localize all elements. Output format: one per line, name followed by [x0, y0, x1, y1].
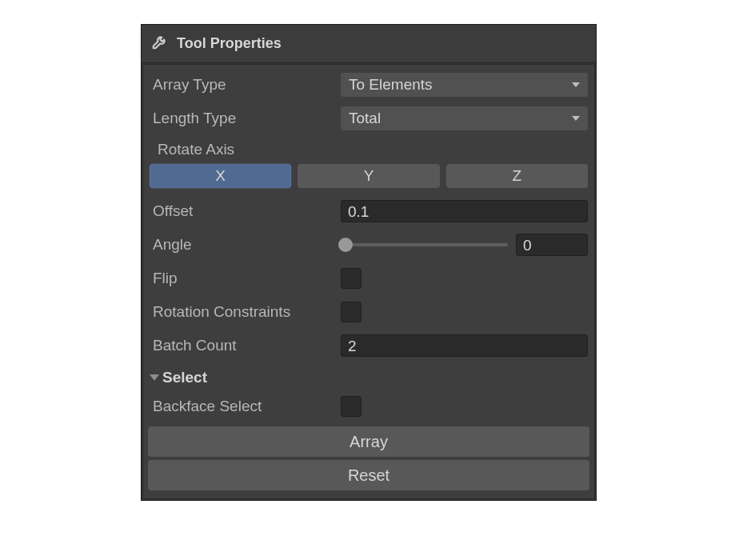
- panel-body: Array Type To Elements Length Type Total…: [142, 64, 595, 499]
- checkbox-rotation-constraints[interactable]: [341, 302, 362, 322]
- label-rotate-axis: Rotate Axis: [150, 141, 346, 158]
- slider-angle-thumb[interactable]: [338, 238, 353, 252]
- panel-title: Tool Properties: [177, 35, 282, 52]
- dropdown-array-type-value: To Elements: [349, 76, 433, 94]
- input-angle[interactable]: 0: [516, 234, 588, 256]
- dropdown-length-type-value: Total: [349, 110, 381, 127]
- rotate-axis-group: X Y Z: [146, 161, 591, 194]
- label-batch-count: Batch Count: [150, 337, 341, 354]
- row-flip: Flip: [146, 262, 591, 295]
- reset-button[interactable]: Reset: [148, 460, 589, 490]
- label-array-type: Array Type: [150, 76, 341, 94]
- row-offset: Offset 0.1: [146, 194, 591, 228]
- wrench-icon: [151, 33, 169, 54]
- dropdown-length-type[interactable]: Total: [341, 106, 588, 130]
- row-array-type: Array Type To Elements: [146, 68, 591, 102]
- tool-properties-panel: Tool Properties Array Type To Elements L…: [141, 24, 597, 501]
- label-angle: Angle: [150, 236, 341, 254]
- axis-button-x[interactable]: X: [150, 164, 291, 188]
- label-length-type: Length Type: [150, 110, 341, 127]
- panel-header: Tool Properties: [142, 25, 596, 63]
- chevron-down-icon: [572, 116, 580, 121]
- dropdown-array-type[interactable]: To Elements: [341, 73, 588, 97]
- input-offset[interactable]: 0.1: [341, 200, 588, 222]
- row-batch-count: Batch Count 2: [146, 329, 591, 362]
- axis-button-z[interactable]: Z: [446, 164, 588, 188]
- label-flip: Flip: [150, 270, 341, 287]
- chevron-down-icon: [572, 82, 580, 87]
- axis-button-y[interactable]: Y: [298, 164, 439, 188]
- row-rotation-constraints: Rotation Constraints: [146, 295, 591, 329]
- label-rotation-constraints: Rotation Constraints: [150, 303, 341, 321]
- label-backface-select: Backface Select: [150, 398, 341, 415]
- chevron-down-icon: [150, 374, 159, 381]
- row-angle: Angle 0: [146, 228, 591, 262]
- row-length-type: Length Type Total: [146, 102, 591, 135]
- array-button[interactable]: Array: [148, 426, 589, 457]
- input-batch-count[interactable]: 2: [341, 334, 588, 357]
- checkbox-backface-select[interactable]: [341, 396, 362, 417]
- row-backface-select: Backface Select: [146, 390, 591, 423]
- slider-angle-wrap: 0: [341, 234, 588, 256]
- slider-angle[interactable]: [341, 243, 508, 246]
- checkbox-flip[interactable]: [341, 268, 362, 289]
- section-select-title: Select: [162, 369, 207, 386]
- section-select-header[interactable]: Select: [146, 362, 591, 390]
- label-offset: Offset: [150, 202, 341, 220]
- row-rotate-axis-label: Rotate Axis: [146, 135, 591, 161]
